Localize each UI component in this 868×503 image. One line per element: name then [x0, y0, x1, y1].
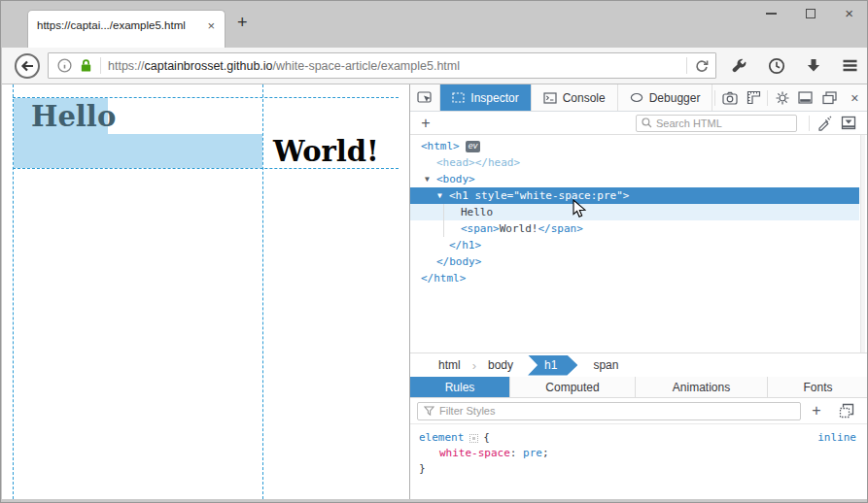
markup-row-head[interactable]: <head></head> — [410, 154, 859, 171]
element-outline-middle — [262, 84, 263, 499]
markup-view: <html>ev <head></head> ▼<body> ▼<h1 styl… — [410, 135, 868, 352]
url-text[interactable]: https://captainbrosset.github.io/white-s… — [108, 59, 460, 73]
tab-debugger-label: Debugger — [649, 91, 701, 105]
new-tab-button[interactable]: + — [237, 14, 248, 31]
window-controls: × — [766, 8, 853, 19]
markup-row-h1-selected[interactable]: ▼<h1 style="white-space:pre"> — [410, 187, 859, 204]
tab-debugger[interactable]: Debugger — [618, 84, 713, 111]
back-button[interactable] — [15, 53, 40, 79]
screenshot-button[interactable] — [717, 84, 741, 111]
inspector-highlight-line2 — [14, 134, 262, 168]
filter-styles-input[interactable] — [439, 405, 794, 417]
lock-icon[interactable] — [79, 58, 93, 73]
ruler-icon — [746, 90, 761, 105]
separate-window-icon — [822, 91, 837, 105]
open-brace: { — [483, 430, 490, 446]
markup-row-span[interactable]: <span>World!</span> — [410, 220, 859, 237]
mouse-cursor — [573, 199, 586, 218]
chevron-right-icon: › — [472, 358, 476, 373]
tab-inspector[interactable]: Inspector — [440, 84, 531, 111]
dock-window-button[interactable] — [817, 84, 841, 111]
gear-icon — [775, 90, 790, 106]
navigation-bar: https://captainbrosset.github.io/white-s… — [2, 48, 868, 84]
rule-declaration[interactable]: white-space: pre; — [419, 446, 859, 461]
back-arrow-icon — [19, 59, 35, 73]
toolbar-separator — [714, 90, 715, 106]
markup-row-body-open[interactable]: ▼<body> — [410, 171, 859, 187]
element-picker-button[interactable] — [410, 84, 440, 111]
rules-panel: + element { inline white-space: pre; } — [410, 398, 868, 499]
tab-title: https://captai.../example5.html — [37, 19, 204, 31]
tab-rules[interactable]: Rules — [410, 377, 510, 397]
history-clock-icon[interactable] — [768, 57, 785, 75]
tab-computed[interactable]: Computed — [510, 377, 636, 397]
eyedropper-button[interactable] — [812, 116, 836, 131]
selector-highlighter-icon[interactable] — [469, 434, 478, 443]
breadcrumb-item-body[interactable]: body — [488, 358, 513, 372]
searchbar-separator — [809, 116, 810, 131]
sidebar-toggle-icon — [841, 116, 856, 130]
sidebar-toggle-button[interactable] — [836, 116, 860, 130]
search-html-box[interactable] — [636, 115, 797, 132]
devtools-close-icon[interactable]: × — [842, 84, 868, 111]
info-icon[interactable] — [57, 58, 72, 73]
markup-row-html-open[interactable]: <html>ev — [410, 138, 859, 154]
markup-row-body-close[interactable]: </body> — [410, 253, 859, 270]
dock-bottom-button[interactable] — [794, 84, 817, 111]
breadcrumb-item-html[interactable]: html — [438, 358, 461, 372]
css-property-value[interactable]: pre — [523, 447, 542, 459]
measure-button[interactable] — [742, 84, 765, 111]
tab-console-label: Console — [563, 91, 606, 105]
event-listener-badge[interactable]: ev — [466, 141, 481, 152]
url-bar[interactable]: https://captainbrosset.github.io/white-s… — [48, 52, 716, 79]
camera-icon — [722, 91, 738, 105]
markup-row-h1-close[interactable]: </h1> — [410, 237, 859, 253]
semicolon: ; — [542, 447, 549, 459]
markup-row-hello-text[interactable]: Hello — [410, 204, 859, 220]
reload-icon[interactable] — [694, 58, 710, 74]
add-node-button[interactable]: + — [410, 116, 441, 131]
markup-scrollbar[interactable] — [860, 135, 865, 352]
url-separator — [100, 57, 101, 74]
pseudo-class-button[interactable] — [832, 403, 861, 419]
browser-window: https://captai.../example5.html × + × ht… — [0, 0, 868, 503]
browser-tab[interactable]: https://captai.../example5.html × — [27, 10, 226, 48]
url-path: /white-space-article/example5.html — [273, 59, 460, 73]
console-icon — [543, 92, 557, 104]
menu-hamburger-icon[interactable] — [842, 57, 858, 74]
expand-arrow-icon[interactable]: ▼ — [437, 187, 449, 204]
page-viewport: Hello World! — [2, 84, 409, 499]
dock-bottom-icon — [798, 91, 813, 104]
tab-close-icon[interactable]: × — [204, 17, 218, 34]
search-html-input[interactable] — [656, 117, 782, 129]
add-rule-button[interactable]: + — [801, 403, 832, 419]
rule-source-link[interactable]: inline — [817, 430, 859, 446]
minimize-icon[interactable] — [766, 13, 777, 15]
breadcrumb-item-h1-active[interactable]: h1 — [528, 355, 577, 376]
maximize-icon[interactable] — [806, 9, 816, 18]
filter-styles-row: + — [410, 398, 868, 424]
breadcrumb-item-span[interactable]: span — [593, 358, 618, 372]
rule-selector[interactable]: element — [419, 430, 464, 446]
devtools-wrench-icon[interactable] — [731, 57, 747, 74]
element-picker-icon — [417, 91, 434, 105]
css-property-name[interactable]: white-space — [439, 447, 510, 459]
titlebar: https://captai.../example5.html × + × — [1, 1, 867, 48]
tab-animations[interactable]: Animations — [636, 377, 768, 397]
expand-arrow-icon[interactable]: ▼ — [425, 171, 436, 187]
window-close-icon[interactable]: × — [845, 8, 853, 19]
tab-console[interactable]: Console — [532, 84, 618, 111]
debugger-icon — [630, 92, 643, 103]
filter-styles-box[interactable] — [417, 402, 801, 420]
tab-fonts[interactable]: Fonts — [768, 377, 868, 397]
download-icon[interactable] — [806, 58, 821, 73]
markup-row-html-close[interactable]: </html> — [410, 270, 859, 286]
url-domain: captainbrosset.github.io — [145, 59, 273, 73]
rule-selector-line[interactable]: element { inline — [419, 430, 859, 446]
page-text-hello: Hello — [31, 100, 116, 133]
devtools-panel: Inspector Console Debugger — [409, 84, 868, 499]
toolbar-icons — [731, 52, 858, 79]
settings-button[interactable] — [770, 84, 793, 111]
css-rule: element { inline white-space: pre; } — [410, 424, 868, 477]
url-scheme: https:// — [108, 59, 145, 73]
